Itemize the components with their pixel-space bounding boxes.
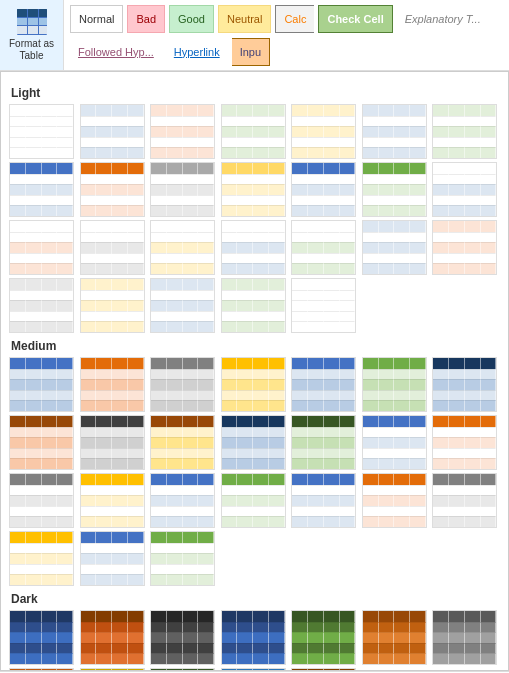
table-style-thumb[interactable]: [291, 162, 356, 217]
thumb-row: [433, 416, 496, 427]
thumb-cell: [394, 485, 410, 496]
table-style-thumb[interactable]: [80, 278, 145, 333]
cell-style-calc[interactable]: Calc: [275, 5, 314, 33]
table-style-thumb[interactable]: [80, 220, 145, 275]
table-style-thumb[interactable]: [221, 473, 286, 528]
thumb-cell: [96, 516, 112, 527]
table-style-thumb[interactable]: [362, 473, 427, 528]
cell-style-followed[interactable]: Followed Hyp...: [70, 38, 162, 66]
thumb-cell: [167, 564, 183, 575]
table-style-thumb[interactable]: [150, 415, 215, 470]
table-style-thumb[interactable]: [221, 104, 286, 159]
table-style-thumb[interactable]: [80, 357, 145, 412]
thumb-row: [81, 643, 144, 654]
thumb-cell: [340, 321, 356, 332]
thumb-cell: [465, 611, 481, 622]
table-style-thumb[interactable]: [150, 357, 215, 412]
cell-style-normal[interactable]: Normal: [70, 5, 123, 33]
table-style-thumb[interactable]: [291, 278, 356, 333]
table-style-thumb[interactable]: [150, 278, 215, 333]
table-style-thumb[interactable]: [9, 278, 74, 333]
thumb-cell: [410, 653, 426, 664]
thumb-cell: [253, 163, 269, 174]
table-style-thumb[interactable]: [221, 610, 286, 665]
table-style-thumb[interactable]: [9, 531, 74, 586]
cell-style-bad[interactable]: Bad: [127, 5, 165, 33]
table-style-thumb[interactable]: [221, 357, 286, 412]
table-style-thumb[interactable]: [221, 220, 286, 275]
table-style-thumb[interactable]: [291, 610, 356, 665]
table-style-thumb[interactable]: [9, 220, 74, 275]
table-style-thumb[interactable]: [362, 220, 427, 275]
table-style-thumb[interactable]: [362, 162, 427, 217]
table-style-thumb[interactable]: [432, 415, 497, 470]
thumb-cell: [292, 116, 308, 127]
cell-style-explanatory[interactable]: Explanatory T...: [397, 5, 489, 33]
thumb-cell: [222, 184, 238, 195]
table-style-thumb[interactable]: [432, 220, 497, 275]
thumb-cell: [198, 321, 214, 332]
table-style-thumb[interactable]: [362, 357, 427, 412]
table-style-thumb[interactable]: [291, 473, 356, 528]
thumb-cell: [96, 474, 112, 485]
table-style-thumb[interactable]: [432, 357, 497, 412]
table-style-thumb[interactable]: [80, 415, 145, 470]
table-style-thumb[interactable]: [150, 610, 215, 665]
thumb-cell: [379, 221, 395, 232]
thumb-cell: [112, 358, 128, 369]
table-style-thumb[interactable]: [9, 162, 74, 217]
table-style-thumb[interactable]: [432, 610, 497, 665]
table-style-thumb[interactable]: [150, 473, 215, 528]
table-style-thumb[interactable]: [291, 415, 356, 470]
table-style-thumb[interactable]: [362, 104, 427, 159]
thumb-cell: [128, 416, 144, 427]
table-style-thumb[interactable]: [9, 610, 74, 665]
cell-style-input[interactable]: Inpu: [232, 38, 270, 66]
format-table-button[interactable]: Format as Table: [0, 0, 64, 70]
table-style-thumb[interactable]: [221, 415, 286, 470]
thumb-cell: [57, 184, 73, 195]
cell-style-neutral[interactable]: Neutral: [218, 5, 271, 33]
thumb-cell: [222, 611, 238, 622]
table-style-thumb[interactable]: [150, 531, 215, 586]
table-style-thumb[interactable]: [80, 473, 145, 528]
thumb-cell: [308, 458, 324, 469]
thumb-cell: [151, 485, 167, 496]
table-style-thumb[interactable]: [221, 162, 286, 217]
thumb-cell: [449, 174, 465, 185]
thumb-row: [10, 448, 73, 459]
thumb-cell: [42, 553, 58, 564]
cell-style-check[interactable]: Check Cell: [318, 5, 392, 33]
table-style-thumb[interactable]: [291, 104, 356, 159]
table-style-thumb[interactable]: [9, 104, 74, 159]
table-style-thumb[interactable]: [362, 610, 427, 665]
table-style-thumb[interactable]: [150, 104, 215, 159]
table-style-thumb[interactable]: [432, 162, 497, 217]
thumb-cell: [112, 174, 128, 185]
table-style-thumb[interactable]: [9, 473, 74, 528]
thumb-cell: [112, 458, 128, 469]
thumb-row: [222, 195, 285, 206]
table-style-thumb[interactable]: [221, 278, 286, 333]
thumb-row: [10, 263, 73, 274]
thumb-cell: [42, 543, 58, 554]
thumb-cell: [183, 485, 199, 496]
table-style-thumb[interactable]: [432, 473, 497, 528]
table-style-thumb[interactable]: [80, 104, 145, 159]
table-style-thumb[interactable]: [80, 162, 145, 217]
table-style-thumb[interactable]: [432, 104, 497, 159]
table-style-thumb[interactable]: [362, 415, 427, 470]
thumb-cell: [81, 390, 97, 401]
table-style-thumb[interactable]: [80, 610, 145, 665]
thumb-cell: [112, 195, 128, 206]
table-style-thumb[interactable]: [9, 415, 74, 470]
table-style-thumb[interactable]: [150, 220, 215, 275]
table-style-thumb[interactable]: [150, 162, 215, 217]
table-style-thumb[interactable]: [80, 531, 145, 586]
table-style-thumb[interactable]: [291, 220, 356, 275]
thumb-cell: [253, 126, 269, 137]
table-style-thumb[interactable]: [9, 357, 74, 412]
cell-style-hyperlink[interactable]: Hyperlink: [166, 38, 228, 66]
cell-style-good[interactable]: Good: [169, 5, 214, 33]
table-style-thumb[interactable]: [291, 357, 356, 412]
